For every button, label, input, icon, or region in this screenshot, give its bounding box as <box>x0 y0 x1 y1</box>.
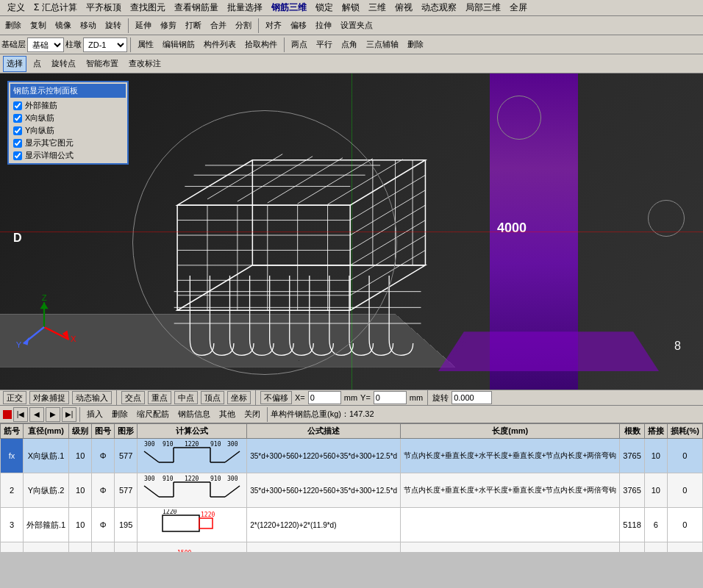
btn-stretch[interactable]: 拉伸 <box>312 18 335 34</box>
btn-set-grip[interactable]: 设置夹点 <box>337 18 377 34</box>
btn-coord[interactable]: 坐标 <box>227 391 251 404</box>
cp-check-0[interactable] <box>13 101 22 110</box>
menu-view-rebar[interactable]: 查看钢筋量 <box>170 0 223 15</box>
btn-close[interactable]: 关闭 <box>240 406 264 423</box>
btn-cross[interactable]: 交点 <box>121 391 145 404</box>
svg-text:910: 910 <box>210 476 221 482</box>
btn-insert[interactable]: 插入 <box>83 406 107 423</box>
btn-split[interactable]: 分割 <box>232 18 255 34</box>
menu-dynamic-view[interactable]: 动态观察 <box>417 0 461 15</box>
cell-shape: 1500 <box>138 542 247 553</box>
menu-batch-select[interactable]: 批量选择 <box>223 0 267 15</box>
btn-edit-rebar[interactable]: 编辑钢筋 <box>159 37 199 53</box>
btn-midpoint[interactable]: 重点 <box>148 391 171 404</box>
btn-two-point[interactable]: 两点 <box>288 37 311 53</box>
btn-delete-axis[interactable]: 删除 <box>404 37 427 53</box>
menu-fullscreen[interactable]: 全屏 <box>505 0 532 15</box>
btn-move[interactable]: 移动 <box>76 18 100 34</box>
btn-snap[interactable]: 对象捕捉 <box>29 391 69 404</box>
table-area: 筋号 直径(mm) 级别 图号 图形 计算公式 公式描述 长度(mm) 根数 搭… <box>0 423 703 552</box>
close-small-btn[interactable] <box>3 410 12 419</box>
cell-description: 节点内长度+垂直长度+水平长度+垂直长度+节点内长度+两倍弯钩 <box>401 473 620 508</box>
btn-other[interactable]: 其他 <box>215 406 239 423</box>
cp-check-3[interactable] <box>13 139 22 148</box>
btn-nav-next[interactable]: ▶ <box>46 407 60 422</box>
btn-trim[interactable]: 修剪 <box>157 18 180 34</box>
btn-property[interactable]: 属性 <box>134 37 157 53</box>
btn-rebar-info[interactable]: 钢筋信息 <box>174 406 214 423</box>
table-row[interactable]: 3外部箍筋.110Φ195 1220 1220 2*(1220+1220)+2*… <box>1 508 704 542</box>
cell-shape-num: 577 <box>115 473 138 508</box>
th-length: 长度(mm) <box>401 424 620 439</box>
rotate-input[interactable] <box>452 391 492 404</box>
menu-lock[interactable]: 锁定 <box>311 0 338 15</box>
menu-calc[interactable]: Σ 汇总计算 <box>29 0 82 15</box>
btn-offset[interactable]: 偏移 <box>287 18 310 34</box>
btn-point[interactable]: 点 <box>29 56 45 72</box>
table-row[interactable]: 2Y向纵筋.210Φ577 300 910 1220 910 300 35*d+… <box>1 473 704 508</box>
sep4 <box>284 37 285 52</box>
btn-rotate[interactable]: 旋转 <box>101 18 125 34</box>
menu-find[interactable]: 查找图元 <box>126 0 170 15</box>
btn-ortho[interactable]: 正交 <box>3 391 26 404</box>
btn-nav-prev[interactable]: ◀ <box>29 407 44 422</box>
table-row[interactable]: fxX向纵筋.110Φ577 300 910 1220 910 300 35*d… <box>1 439 704 473</box>
btn-delete[interactable]: 删除 <box>1 18 25 34</box>
layer-select[interactable]: 基础 <box>27 37 64 52</box>
btn-point-angle[interactable]: 点角 <box>338 37 361 53</box>
svg-line-52 <box>225 451 240 462</box>
btn-pick-component[interactable]: 拾取构件 <box>241 37 281 53</box>
cell-count: 6 <box>644 508 667 542</box>
table-row[interactable]: 4边角筋20Φ1 1500 150015002003 <box>1 542 704 553</box>
cell-diameter: 10 <box>69 508 92 542</box>
cp-check-2[interactable] <box>13 126 22 135</box>
y-input[interactable] <box>374 391 407 404</box>
menu-define[interactable]: 定义 <box>3 0 29 15</box>
cp-check-1[interactable] <box>13 114 22 123</box>
btn-nav-first[interactable]: |◀ <box>13 407 28 422</box>
cp-label-2: Y向纵筋 <box>25 125 54 136</box>
menu-top-view[interactable]: 俯视 <box>390 0 417 15</box>
btn-copy[interactable]: 复制 <box>26 18 50 34</box>
btn-smart-layout[interactable]: 智能布置 <box>82 56 122 72</box>
btn-nav-last[interactable]: ▶| <box>62 407 76 422</box>
btn-merge[interactable]: 合并 <box>207 18 230 34</box>
cell-formula: 35*d+300+560+1220+560+35*d+300+12.5*d <box>247 439 401 473</box>
menu-align[interactable]: 平齐板顶 <box>82 0 126 15</box>
btn-parallel[interactable]: 平行 <box>313 37 336 53</box>
cp-label-4: 显示详细公式 <box>25 150 74 161</box>
btn-endpoint[interactable]: 顶点 <box>201 391 224 404</box>
btn-break[interactable]: 打断 <box>182 18 205 34</box>
toolbar3: 选择 点 旋转点 智能布置 查改标注 <box>0 54 703 74</box>
btn-dynamic-input[interactable]: 动态输入 <box>72 391 112 404</box>
menu-unlock[interactable]: 解锁 <box>338 0 364 15</box>
component-label: 柱墩 <box>65 39 82 50</box>
cell-lap: 0 <box>667 542 702 553</box>
menu-3d[interactable]: 三维 <box>364 0 390 15</box>
svg-line-46 <box>144 451 159 462</box>
btn-check-label[interactable]: 查改标注 <box>125 56 165 72</box>
btn-center[interactable]: 中点 <box>174 391 198 404</box>
sep6 <box>255 390 256 405</box>
cp-check-4[interactable] <box>13 151 22 160</box>
x-input[interactable] <box>308 391 341 404</box>
cp-item-0: 外部箍筋 <box>10 99 126 112</box>
svg-text:1220: 1220 <box>185 441 199 448</box>
cp-item-3: 显示其它图元 <box>10 137 126 149</box>
btn-component-list[interactable]: 构件列表 <box>200 37 240 53</box>
menu-rebar3d[interactable]: 钢筋三维 <box>267 0 311 15</box>
component-select[interactable]: ZD-1 <box>83 37 127 52</box>
btn-align[interactable]: 对齐 <box>262 18 285 34</box>
btn-three-point-axis[interactable]: 三点辅轴 <box>363 37 402 53</box>
svg-text:1220: 1220 <box>201 512 215 518</box>
btn-scale-rebar[interactable]: 缩尺配筋 <box>133 406 173 423</box>
circle-top <box>497 96 541 140</box>
btn-no-drift[interactable]: 不偏移 <box>260 391 292 404</box>
btn-extend[interactable]: 延伸 <box>132 18 155 34</box>
btn-rotate-point[interactable]: 旋转点 <box>48 56 79 72</box>
btn-select[interactable]: 选择 <box>3 56 26 72</box>
row-indicator: fx <box>1 439 24 473</box>
btn-delete-row[interactable]: 删除 <box>108 406 132 423</box>
btn-mirror[interactable]: 镜像 <box>51 18 75 34</box>
menu-local-3d[interactable]: 局部三维 <box>461 0 505 15</box>
